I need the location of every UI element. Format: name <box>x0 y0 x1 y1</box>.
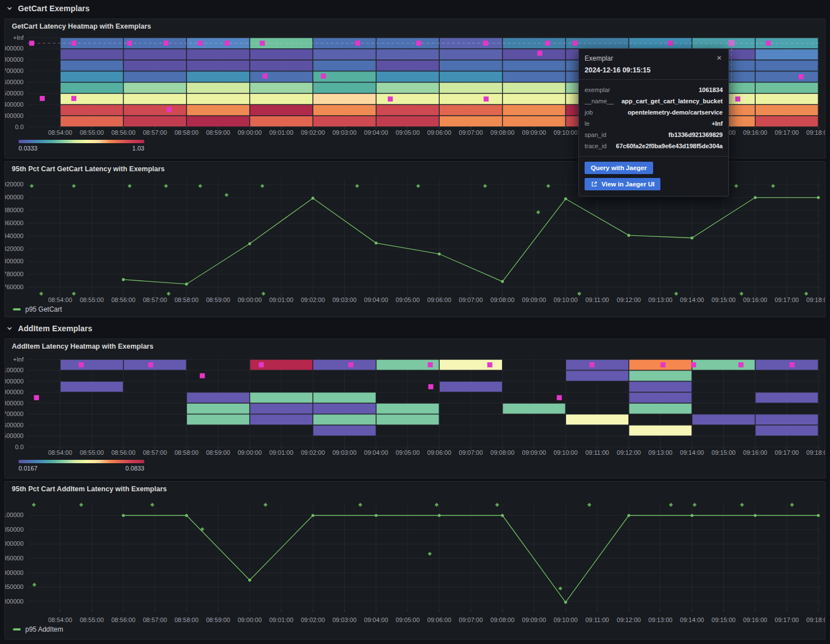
svg-text:08:55:00: 08:55:00 <box>80 129 104 136</box>
svg-text:09:07:00: 09:07:00 <box>459 616 483 623</box>
svg-text:09:13:00: 09:13:00 <box>649 616 673 623</box>
svg-text:09:12:00: 09:12:00 <box>617 296 641 303</box>
svg-text:600000: 600000 <box>5 79 24 85</box>
view-in-jaeger-button[interactable]: View in Jaeger UI <box>585 178 660 190</box>
svg-text:09:08:00: 09:08:00 <box>490 449 514 456</box>
svg-text:09:18:00: 09:18:00 <box>806 296 825 303</box>
query-with-jaeger-button[interactable]: Query with Jaeger <box>585 162 653 174</box>
svg-text:08:57:00: 08:57:00 <box>143 129 167 136</box>
exemplar-marker <box>321 74 326 79</box>
row-header-additem[interactable]: AddItem Exemplars <box>0 320 830 337</box>
svg-text:+Inf: +Inf <box>13 34 24 41</box>
additem-heatmap-canvas[interactable]: 08:54:0008:55:0008:56:0008:57:0008:58:00… <box>5 339 825 478</box>
svg-text:09:18:00: 09:18:00 <box>806 449 825 456</box>
field-label: exemplar <box>585 84 610 95</box>
tooltip-actions: Query with Jaeger View in Jaeger UI <box>579 157 728 196</box>
svg-text:09:13:00: 09:13:00 <box>649 296 673 303</box>
svg-text:09:01:00: 09:01:00 <box>270 616 294 623</box>
panel-title[interactable]: 95th Pct Cart GetCart Latency with Exemp… <box>12 165 165 173</box>
panel-title[interactable]: GetCart Latency Heatmap with Exemplars <box>12 22 151 30</box>
svg-text:900000: 900000 <box>5 569 24 576</box>
close-icon[interactable]: × <box>714 52 724 63</box>
svg-text:1100000: 1100000 <box>5 367 24 373</box>
exemplar-marker <box>790 362 795 367</box>
exemplar-marker <box>387 97 393 102</box>
exemplar-marker <box>735 97 740 102</box>
exemplar-diamond <box>536 210 540 214</box>
svg-text:700000: 700000 <box>5 410 24 417</box>
exemplar-marker <box>163 40 168 45</box>
exemplar-marker <box>428 362 433 367</box>
svg-text:09:08:00: 09:08:00 <box>490 296 514 303</box>
svg-text:760000: 760000 <box>5 284 24 290</box>
exemplar-marker <box>148 362 153 367</box>
tooltip-field-row: exemplar1061834 <box>585 84 723 95</box>
exemplar-tooltip: Exemplar × 2024-12-16 09:15:15 exemplar1… <box>578 48 729 197</box>
legend-item-p95-additem[interactable]: p95 AddItem <box>13 625 63 633</box>
exemplar-diamond <box>225 193 229 197</box>
exemplar-marker <box>537 51 542 56</box>
svg-text:1050000: 1050000 <box>5 526 24 533</box>
svg-text:08:56:00: 08:56:00 <box>111 296 135 303</box>
tooltip-title: Exemplar <box>585 54 723 62</box>
exemplar-diamond <box>740 503 744 507</box>
tooltip-field-row: span_idfb1336d921369829 <box>585 129 723 140</box>
exemplar-marker <box>660 362 665 367</box>
series-swatch <box>13 628 21 631</box>
svg-text:0.0: 0.0 <box>15 124 24 130</box>
svg-text:09:18:00: 09:18:00 <box>806 616 825 623</box>
svg-text:09:08:00: 09:08:00 <box>490 616 514 623</box>
color-scale-max: 1.03 <box>133 145 144 152</box>
row-header-getcart[interactable]: GetCart Exemplars <box>0 0 830 17</box>
svg-text:09:01:00: 09:01:00 <box>270 129 294 136</box>
exemplar-marker <box>348 362 353 367</box>
svg-text:09:10:00: 09:10:00 <box>554 616 578 623</box>
svg-text:900000: 900000 <box>5 389 24 395</box>
heatmap-color-scale: 0.0167 0.0833 <box>19 460 144 472</box>
svg-text:09:17:00: 09:17:00 <box>775 296 799 303</box>
color-scale-bar <box>19 140 144 143</box>
svg-text:500000: 500000 <box>5 432 24 439</box>
svg-text:09:01:00: 09:01:00 <box>270 449 294 456</box>
exemplar-marker <box>198 40 203 45</box>
additem-p95-canvas[interactable]: 08:54:0008:55:0008:56:0008:57:0008:58:00… <box>5 482 825 639</box>
exemplar-marker <box>127 40 132 45</box>
field-label: le <box>585 118 590 129</box>
svg-text:09:04:00: 09:04:00 <box>364 296 388 303</box>
svg-text:800000: 800000 <box>5 598 24 605</box>
legend-item-p95-getcart[interactable]: p95 GetCart <box>13 305 62 313</box>
svg-text:09:06:00: 09:06:00 <box>427 296 452 303</box>
tooltip-header: Exemplar × 2024-12-16 09:15:15 <box>579 49 728 79</box>
exemplar-marker <box>262 74 267 79</box>
svg-text:09:02:00: 09:02:00 <box>301 129 325 136</box>
svg-text:08:58:00: 08:58:00 <box>175 129 199 136</box>
tooltip-fields: exemplar1061834__name__app_cart_get_cart… <box>579 79 728 157</box>
field-label: span_id <box>585 129 606 140</box>
exemplar-marker <box>483 40 488 45</box>
button-label: Query with Jaeger <box>591 165 647 171</box>
svg-text:09:17:00: 09:17:00 <box>775 129 799 136</box>
exemplar-diamond <box>804 291 808 295</box>
svg-text:09:03:00: 09:03:00 <box>332 449 357 456</box>
color-scale-min: 0.0333 <box>19 145 38 152</box>
svg-text:500000: 500000 <box>5 90 24 97</box>
svg-text:09:09:00: 09:09:00 <box>522 296 546 303</box>
svg-text:09:07:00: 09:07:00 <box>459 296 483 303</box>
svg-text:08:54:00: 08:54:00 <box>48 449 72 456</box>
field-value: 1061834 <box>699 84 723 95</box>
heatmap-color-scale: 0.0333 1.03 <box>19 140 144 152</box>
field-value: fb1336d921369829 <box>668 129 723 140</box>
row-title-additem: AddItem Exemplars <box>18 324 92 333</box>
exemplar-marker <box>545 40 550 45</box>
panel-title[interactable]: AddItem Latency Heatmap with Exemplars <box>12 342 153 350</box>
svg-text:08:57:00: 08:57:00 <box>143 296 167 303</box>
exemplar-marker <box>40 96 45 101</box>
panel-title[interactable]: 95th Pct Cart AddItem Latency with Exemp… <box>12 485 167 493</box>
svg-text:08:55:00: 08:55:00 <box>80 616 104 623</box>
exemplar-marker <box>668 40 673 45</box>
row-title-getcart: GetCart Exemplars <box>18 4 90 13</box>
svg-text:09:04:00: 09:04:00 <box>364 129 388 136</box>
svg-text:08:58:00: 08:58:00 <box>175 296 199 303</box>
panel-additem-heatmap: AddItem Latency Heatmap with Exemplars 0… <box>4 339 826 478</box>
tooltip-timestamp: 2024-12-16 09:15:15 <box>585 66 723 74</box>
